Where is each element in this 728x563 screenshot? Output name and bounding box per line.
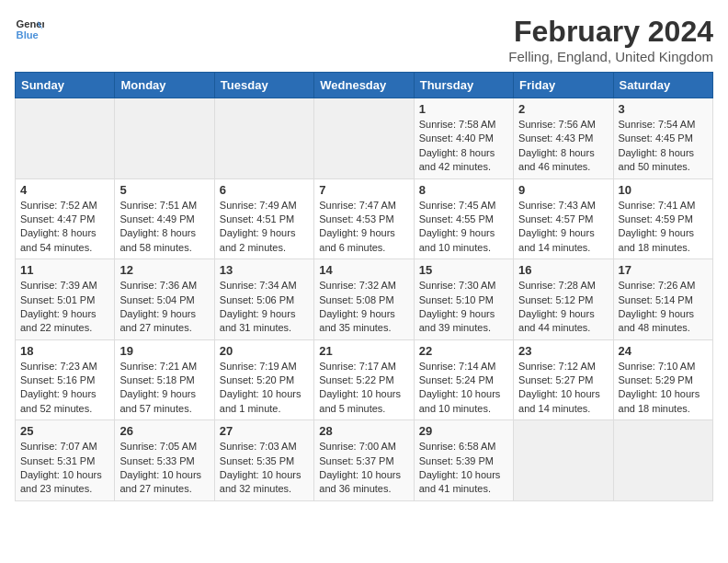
cell-info: Sunrise: 7:56 AM: [518, 118, 608, 132]
cell-info: Sunrise: 7:30 AM: [419, 279, 508, 293]
cell-info: Sunset: 4:59 PM: [619, 213, 708, 226]
day-number: 27: [220, 424, 309, 438]
calendar-cell: [314, 98, 414, 179]
calendar-cell: 4Sunrise: 7:52 AMSunset: 4:47 PMDaylight…: [16, 178, 115, 259]
calendar-cell: 18Sunrise: 7:23 AMSunset: 5:16 PMDayligh…: [16, 339, 115, 420]
day-number: 5: [119, 183, 209, 197]
calendar-cell: [214, 98, 313, 179]
cell-info: Sunset: 4:43 PM: [518, 132, 608, 145]
cell-info: Sunrise: 7:00 AM: [319, 440, 408, 454]
col-header-wednesday: Wednesday: [314, 73, 414, 98]
day-number: 16: [518, 263, 608, 277]
cell-info: Sunrise: 7:21 AM: [119, 360, 209, 373]
cell-info: Sunset: 5:08 PM: [319, 293, 408, 307]
cell-info: Sunrise: 7:52 AM: [20, 199, 109, 213]
cell-info: Sunrise: 6:58 AM: [419, 440, 508, 454]
day-number: 11: [20, 263, 109, 277]
day-number: 9: [518, 183, 608, 197]
day-number: 23: [518, 344, 608, 358]
cell-info: Daylight: 8 hours and 42 minutes.: [419, 146, 508, 175]
cell-info: Sunrise: 7:49 AM: [220, 199, 309, 213]
day-number: 4: [20, 183, 109, 197]
cell-info: Daylight: 10 hours and 5 minutes.: [319, 387, 408, 416]
calendar-cell: 7Sunrise: 7:47 AMSunset: 4:53 PMDaylight…: [314, 178, 414, 259]
cell-info: Daylight: 9 hours and 18 minutes.: [619, 226, 708, 255]
cell-info: Daylight: 9 hours and 48 minutes.: [619, 307, 708, 336]
cell-info: Daylight: 8 hours and 46 minutes.: [518, 146, 608, 175]
calendar-cell: 11Sunrise: 7:39 AMSunset: 5:01 PMDayligh…: [16, 259, 115, 340]
cell-info: Sunrise: 7:03 AM: [220, 440, 309, 454]
day-number: 29: [419, 424, 508, 438]
day-number: 12: [119, 263, 209, 277]
day-number: 10: [619, 183, 708, 197]
cell-info: Sunrise: 7:05 AM: [119, 440, 209, 454]
calendar-cell: 26Sunrise: 7:05 AMSunset: 5:33 PMDayligh…: [115, 420, 214, 501]
cell-info: Sunset: 5:35 PM: [220, 454, 309, 468]
day-number: 17: [619, 263, 708, 277]
cell-info: Sunrise: 7:28 AM: [518, 279, 608, 293]
col-header-tuesday: Tuesday: [214, 73, 313, 98]
calendar-cell: 16Sunrise: 7:28 AMSunset: 5:12 PMDayligh…: [514, 259, 613, 340]
cell-info: Sunset: 5:18 PM: [119, 373, 209, 387]
cell-info: Daylight: 9 hours and 6 minutes.: [319, 226, 408, 255]
calendar-cell: 3Sunrise: 7:54 AMSunset: 4:45 PMDaylight…: [613, 98, 712, 179]
day-number: 13: [220, 263, 309, 277]
cell-info: Daylight: 10 hours and 14 minutes.: [518, 387, 608, 416]
cell-info: Daylight: 10 hours and 23 minutes.: [20, 468, 109, 497]
cell-info: Sunset: 5:12 PM: [518, 293, 608, 307]
cell-info: Sunset: 4:40 PM: [419, 132, 508, 145]
calendar-week-row: 25Sunrise: 7:07 AMSunset: 5:31 PMDayligh…: [16, 420, 713, 501]
day-number: 26: [119, 424, 209, 438]
logo: General Blue: [15, 15, 44, 44]
cell-info: Sunrise: 7:23 AM: [20, 360, 109, 373]
cell-info: Sunrise: 7:10 AM: [619, 360, 708, 373]
cell-info: Daylight: 9 hours and 22 minutes.: [20, 307, 109, 336]
calendar-header-row: SundayMondayTuesdayWednesdayThursdayFrid…: [16, 73, 713, 98]
cell-info: Daylight: 9 hours and 44 minutes.: [518, 307, 608, 336]
cell-info: Daylight: 10 hours and 27 minutes.: [119, 468, 209, 497]
col-header-monday: Monday: [115, 73, 214, 98]
cell-info: Daylight: 9 hours and 57 minutes.: [119, 387, 209, 416]
cell-info: Sunrise: 7:47 AM: [319, 199, 408, 213]
calendar-week-row: 11Sunrise: 7:39 AMSunset: 5:01 PMDayligh…: [16, 259, 713, 340]
cell-info: Sunset: 4:51 PM: [220, 213, 309, 226]
calendar-cell: 17Sunrise: 7:26 AMSunset: 5:14 PMDayligh…: [613, 259, 712, 340]
cell-info: Sunset: 5:33 PM: [119, 454, 209, 468]
svg-text:Blue: Blue: [17, 29, 39, 40]
cell-info: Daylight: 9 hours and 35 minutes.: [319, 307, 408, 336]
calendar-cell: 12Sunrise: 7:36 AMSunset: 5:04 PMDayligh…: [115, 259, 214, 340]
cell-info: Sunset: 5:04 PM: [119, 293, 209, 307]
calendar-cell: 15Sunrise: 7:30 AMSunset: 5:10 PMDayligh…: [414, 259, 513, 340]
cell-info: Sunset: 5:31 PM: [20, 454, 109, 468]
day-number: 7: [319, 183, 408, 197]
cell-info: Sunset: 5:10 PM: [419, 293, 508, 307]
calendar-week-row: 18Sunrise: 7:23 AMSunset: 5:16 PMDayligh…: [16, 339, 713, 420]
day-number: 25: [20, 424, 109, 438]
calendar-cell: [115, 98, 214, 179]
calendar-cell: 28Sunrise: 7:00 AMSunset: 5:37 PMDayligh…: [314, 420, 414, 501]
cell-info: Sunset: 5:20 PM: [220, 373, 309, 387]
calendar-cell: 27Sunrise: 7:03 AMSunset: 5:35 PMDayligh…: [214, 420, 313, 501]
logo-icon: General Blue: [15, 15, 44, 44]
cell-info: Sunrise: 7:12 AM: [518, 360, 608, 373]
calendar-cell: 24Sunrise: 7:10 AMSunset: 5:29 PMDayligh…: [613, 339, 712, 420]
cell-info: Sunrise: 7:43 AM: [518, 199, 608, 213]
cell-info: Daylight: 10 hours and 10 minutes.: [419, 387, 508, 416]
cell-info: Sunrise: 7:32 AM: [319, 279, 408, 293]
cell-info: Sunrise: 7:41 AM: [619, 199, 708, 213]
cell-info: Daylight: 9 hours and 2 minutes.: [220, 226, 309, 255]
calendar-cell: 25Sunrise: 7:07 AMSunset: 5:31 PMDayligh…: [16, 420, 115, 501]
calendar-cell: 14Sunrise: 7:32 AMSunset: 5:08 PMDayligh…: [314, 259, 414, 340]
cell-info: Daylight: 9 hours and 14 minutes.: [518, 226, 608, 255]
cell-info: Sunset: 5:39 PM: [419, 454, 508, 468]
calendar-cell: 13Sunrise: 7:34 AMSunset: 5:06 PMDayligh…: [214, 259, 313, 340]
cell-info: Daylight: 10 hours and 36 minutes.: [319, 468, 408, 497]
day-number: 22: [419, 344, 508, 358]
page-title: February 2024: [508, 15, 713, 49]
calendar-week-row: 4Sunrise: 7:52 AMSunset: 4:47 PMDaylight…: [16, 178, 713, 259]
calendar-cell: 21Sunrise: 7:17 AMSunset: 5:22 PMDayligh…: [314, 339, 414, 420]
cell-info: Sunrise: 7:36 AM: [119, 279, 209, 293]
cell-info: Sunrise: 7:45 AM: [419, 199, 508, 213]
day-number: 1: [419, 102, 508, 116]
cell-info: Sunrise: 7:51 AM: [119, 199, 209, 213]
